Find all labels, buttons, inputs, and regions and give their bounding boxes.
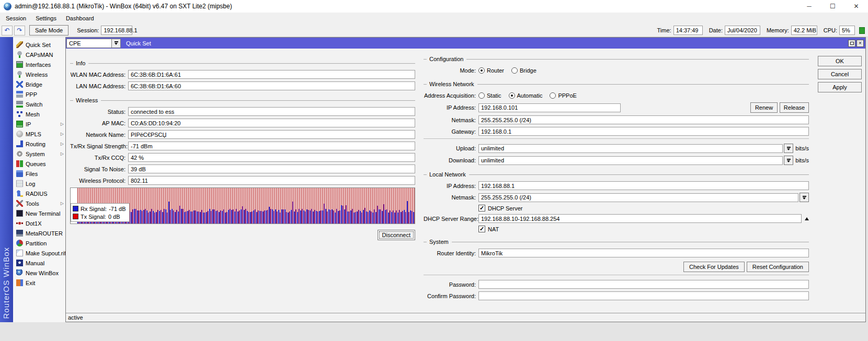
radio-icon[interactable] xyxy=(511,67,518,74)
sidebar-item-new-winbox[interactable]: New WinBox xyxy=(13,268,65,278)
sidebar-item-manual[interactable]: Manual xyxy=(13,258,65,268)
quickset-mode-value[interactable]: CPE xyxy=(66,39,111,48)
quickset-statusbar: active xyxy=(66,313,865,322)
radio-option-pppoe[interactable]: PPPoE xyxy=(550,92,576,99)
wan-ip-field[interactable]: 192.168.0.101 xyxy=(478,103,621,112)
signal-bar xyxy=(390,210,391,224)
network-name-field[interactable]: РІРёС€РЅСЏ xyxy=(128,130,415,139)
redo-icon[interactable]: ↷ xyxy=(14,26,25,36)
safe-mode-button[interactable]: Safe Mode xyxy=(29,25,68,36)
download-dropdown-icon[interactable] xyxy=(784,156,793,165)
combo-dropdown-icon[interactable] xyxy=(111,39,121,48)
ok-button[interactable]: OK xyxy=(818,56,862,66)
signal-bar xyxy=(162,212,163,224)
status-field[interactable]: connected to ess xyxy=(128,107,415,116)
dhcp-range-field[interactable]: 192.168.88.10-192.168.88.254 xyxy=(478,214,802,223)
renew-button[interactable]: Renew xyxy=(750,102,778,113)
signal-bar xyxy=(266,210,267,224)
radio-icon[interactable] xyxy=(478,92,485,99)
upload-field[interactable]: unlimited xyxy=(478,144,783,153)
sidebar-item-label: Dot1X xyxy=(26,220,42,227)
router-identity-field[interactable]: MikroTik xyxy=(478,249,809,257)
protocol-field[interactable]: 802.11 xyxy=(128,176,415,185)
sidebar-item-log[interactable]: Log xyxy=(13,179,65,189)
sidebar-item-files[interactable]: Files xyxy=(13,169,65,179)
signal-bar xyxy=(178,211,179,224)
quickset-icon xyxy=(16,41,23,48)
gateway-field[interactable]: 192.168.0.1 xyxy=(478,127,809,136)
sidebar-item-switch[interactable]: Switch xyxy=(13,99,65,109)
sidebar-item-ppp[interactable]: PPP xyxy=(13,89,65,99)
check-updates-button[interactable]: Check For Updates xyxy=(683,262,745,272)
radio-icon[interactable] xyxy=(478,67,485,74)
upload-dropdown-icon[interactable] xyxy=(784,144,793,153)
sidebar-item-radius[interactable]: RADIUS xyxy=(13,189,65,198)
sidebar-item-system[interactable]: System▷ xyxy=(13,149,65,159)
ccq-field[interactable]: 42 % xyxy=(128,153,415,162)
log-icon xyxy=(16,180,23,187)
signal-bar xyxy=(404,210,405,224)
sidebar-item-wireless[interactable]: Wireless xyxy=(13,69,65,79)
cancel-button[interactable]: Cancel xyxy=(818,69,862,79)
sidebar-item-mesh[interactable]: Mesh xyxy=(13,109,65,119)
restore-icon[interactable] xyxy=(848,40,855,47)
reset-config-button[interactable]: Reset Configuration xyxy=(747,262,809,272)
collapse-up-icon[interactable] xyxy=(805,217,809,220)
quickset-mode-combo[interactable]: CPE xyxy=(66,39,121,48)
wireless-network-legend: Wireless Network xyxy=(429,81,474,87)
lan-ip-field[interactable]: 192.168.88.1 xyxy=(478,181,809,190)
sidebar-item-routing[interactable]: Routing▷ xyxy=(13,139,65,149)
password-field[interactable] xyxy=(478,280,809,289)
nat-checkbox[interactable] xyxy=(478,226,485,232)
memory-value: 42.2 MiB xyxy=(791,26,817,35)
radio-option-router[interactable]: Router xyxy=(478,67,504,74)
sidebar-item-partition[interactable]: Partition xyxy=(13,238,65,248)
disconnect-button[interactable]: Disconnect xyxy=(378,230,415,240)
lan-netmask-field[interactable]: 255.255.255.0 (/24) xyxy=(478,193,798,202)
lan-mac-field[interactable]: 6C:3B:6B:D1:6A:60 xyxy=(128,81,415,90)
radio-icon[interactable] xyxy=(509,92,515,99)
signal-strength-field[interactable]: -71 dBm xyxy=(128,142,415,150)
menu-settings[interactable]: Settings xyxy=(31,14,61,23)
undo-icon[interactable]: ↶ xyxy=(2,26,13,36)
confirm-password-field[interactable] xyxy=(478,291,809,300)
sidebar-item-dot1x[interactable]: Dot1X xyxy=(13,218,65,228)
sidebar-item-interfaces[interactable]: Interfaces xyxy=(13,60,65,69)
sidebar-item-ip[interactable]: IP▷ xyxy=(13,119,65,129)
radio-option-bridge[interactable]: Bridge xyxy=(511,67,536,74)
minimize-icon[interactable]: ─ xyxy=(797,0,821,13)
download-unit: bits/s xyxy=(795,157,809,163)
sidebar-item-capsman[interactable]: CAPsMAN xyxy=(13,50,65,60)
sidebar-item-mpls[interactable]: MPLS▷ xyxy=(13,129,65,139)
signal-bar xyxy=(289,211,290,224)
sidebar-item-queues[interactable]: Queues xyxy=(13,159,65,169)
menu-session[interactable]: Session xyxy=(1,14,31,23)
wan-netmask-field[interactable]: 255.255.255.0 (/24) xyxy=(478,115,809,124)
ap-mac-field[interactable]: C0:A5:DD:10:94:20 xyxy=(128,119,415,127)
radio-option-static[interactable]: Static xyxy=(478,92,501,99)
radio-option-automatic[interactable]: Automatic xyxy=(509,92,543,99)
release-button[interactable]: Release xyxy=(780,102,809,113)
sidebar-item-metarouter[interactable]: MetaROUTER xyxy=(13,228,65,238)
sidebar-item-make-supout-rif[interactable]: Make Supout.rif xyxy=(13,248,65,258)
quickset-titlebar: CPE Quick Set × xyxy=(66,38,865,49)
quickset-close-icon[interactable]: × xyxy=(856,40,864,47)
sidebar-item-exit[interactable]: Exit xyxy=(13,278,65,288)
lan-netmask-dropdown-icon[interactable] xyxy=(800,193,809,202)
snr-field[interactable]: 39 dB xyxy=(128,164,415,173)
sidebar-item-tools[interactable]: Tools▷ xyxy=(13,198,65,208)
maximize-icon[interactable]: ☐ xyxy=(821,0,844,13)
sidebar-item-bridge[interactable]: Bridge xyxy=(13,79,65,89)
download-field[interactable]: unlimited xyxy=(478,156,783,165)
wlan-mac-field[interactable]: 6C:3B:6B:D1:6A:61 xyxy=(128,70,415,79)
radio-icon[interactable] xyxy=(550,92,556,99)
signal-bar xyxy=(333,210,334,224)
signal-history-chart: Rx Signal: -71 dB Tx Signal: 0 dB xyxy=(70,187,415,224)
menu-dashboard[interactable]: Dashboard xyxy=(61,14,99,23)
close-icon[interactable]: ✕ xyxy=(844,0,868,13)
dhcp-server-checkbox[interactable] xyxy=(478,205,485,211)
apply-button[interactable]: Apply xyxy=(818,82,862,92)
sidebar-item-new-terminal[interactable]: New Terminal xyxy=(13,208,65,218)
sidebar-item-quick-set[interactable]: Quick Set xyxy=(13,40,65,50)
session-value-field[interactable]: 192.168.88.1 xyxy=(101,26,132,35)
